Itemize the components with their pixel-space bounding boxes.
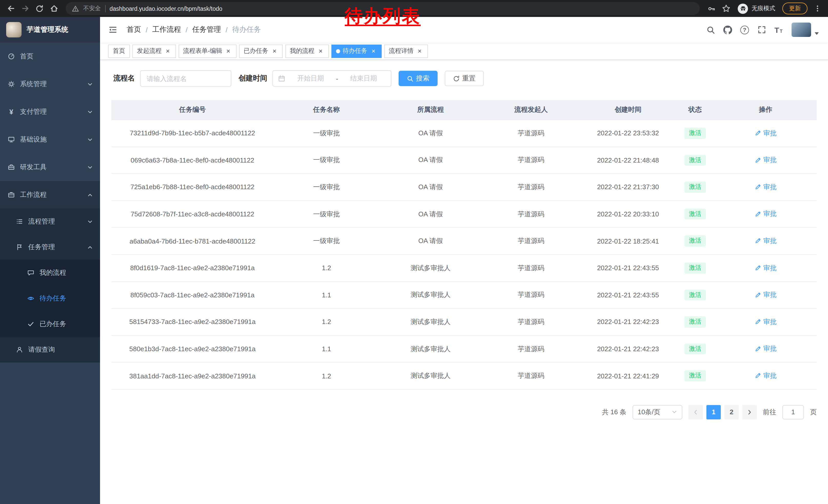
yen-icon: ¥ — [7, 108, 15, 116]
next-page-button[interactable] — [742, 405, 757, 419]
sidebar-item-my-process[interactable]: 我的流程 — [0, 260, 100, 286]
font-size-button[interactable]: TT — [771, 22, 786, 38]
password-key-button[interactable] — [705, 2, 718, 15]
update-button[interactable]: 更新 — [782, 3, 808, 14]
back-button[interactable] — [4, 2, 17, 15]
sidebar-item-label: 我的流程 — [40, 268, 93, 277]
sidebar-item-infrastructure[interactable]: 基础设施 — [0, 126, 100, 153]
help-button[interactable]: ? — [737, 22, 753, 38]
close-icon[interactable]: × — [225, 47, 232, 55]
address-bar[interactable]: 不安全 dashboard.yudao.iocoder.cn/bpm/task/… — [66, 2, 700, 15]
page-button-2[interactable]: 2 — [724, 405, 739, 419]
edit-pencil-icon — [755, 318, 761, 325]
fullscreen-button[interactable] — [754, 22, 770, 38]
header-search-button[interactable] — [703, 22, 719, 38]
approve-link[interactable]: 审批 — [755, 290, 777, 300]
github-button[interactable] — [720, 22, 736, 38]
cell-starter: 芋道源码 — [482, 147, 580, 174]
status-badge: 激活 — [685, 263, 706, 274]
cell-starter: 芋道源码 — [482, 308, 580, 335]
cell-starter: 芋道源码 — [482, 255, 580, 281]
search-button-label: 搜索 — [416, 74, 429, 83]
cell-actions: 审批 — [714, 363, 817, 390]
page-unit-label: 页 — [810, 408, 817, 417]
check-icon — [27, 320, 35, 328]
dashboard-icon — [7, 53, 15, 60]
cell-task-id: 725a1eb6-7b88-11ec-8ef0-acde48001122 — [111, 174, 274, 200]
approve-link[interactable]: 审批 — [755, 129, 777, 138]
workflow-submenu: 流程管理 任务管理 我的流程 — [0, 209, 100, 363]
sidebar-item-system[interactable]: 系统管理 — [0, 70, 100, 98]
sidebar-item-payment[interactable]: ¥ 支付管理 — [0, 98, 100, 126]
header-task-id: 任务编号 — [111, 100, 274, 120]
sidebar-item-workflow[interactable]: 工作流程 — [0, 181, 100, 209]
close-icon[interactable]: × — [164, 47, 171, 55]
approve-link[interactable]: 审批 — [755, 263, 777, 273]
reset-button[interactable]: 重置 — [445, 71, 484, 86]
breadcrumb-task-management[interactable]: 任务管理 — [192, 25, 221, 34]
close-icon[interactable]: × — [416, 47, 423, 55]
bookmark-star-button[interactable] — [719, 2, 733, 15]
filter-bar: 流程名 创建时间 开始日期 - 结束日期 搜索 重 — [111, 70, 817, 87]
approve-link[interactable]: 审批 — [755, 236, 777, 245]
cell-status: 激活 — [676, 335, 714, 363]
status-badge: 激活 — [685, 370, 706, 381]
sidebar-item-dev-tools[interactable]: 研发工具 — [0, 153, 100, 181]
breadcrumb-workflow[interactable]: 工作流程 — [152, 25, 181, 34]
browser-menu-button[interactable] — [811, 2, 824, 15]
app-title: 芋道管理系统 — [27, 25, 68, 34]
page-size-select[interactable]: 10条/页 — [632, 405, 682, 419]
tab-done-tasks[interactable]: 已办任务 × — [239, 44, 283, 58]
prev-page-button[interactable] — [689, 405, 703, 419]
approve-link[interactable]: 审批 — [755, 155, 777, 165]
sidebar-item-label: 待办任务 — [40, 294, 93, 303]
close-icon[interactable]: × — [370, 47, 377, 55]
home-button[interactable] — [47, 2, 60, 15]
header-create-time: 创建时间 — [580, 100, 676, 120]
tab-process-detail[interactable]: 流程详情 × — [384, 44, 428, 58]
edit-pencil-icon — [755, 156, 761, 163]
close-icon[interactable]: × — [271, 47, 278, 55]
approve-link[interactable]: 审批 — [755, 344, 777, 354]
status-badge: 激活 — [685, 236, 706, 246]
page-button-1[interactable]: 1 — [706, 405, 721, 419]
eye-icon — [27, 295, 35, 302]
avatar-caret-icon — [815, 32, 819, 35]
cell-actions: 审批 — [714, 308, 817, 335]
close-icon[interactable]: × — [317, 47, 324, 55]
reload-button[interactable] — [33, 2, 46, 15]
sidebar-item-label: 已办任务 — [40, 319, 93, 329]
chevron-left-icon — [693, 409, 699, 415]
sidebar-item-done-tasks[interactable]: 已办任务 — [0, 311, 100, 337]
sidebar-item-home[interactable]: 首页 — [0, 43, 100, 70]
approve-link[interactable]: 审批 — [755, 210, 777, 219]
sidebar-item-task-management[interactable]: 任务管理 — [0, 234, 100, 260]
status-badge: 激活 — [685, 289, 706, 301]
tab-home[interactable]: 首页 — [108, 44, 130, 58]
cell-task-name: 1.2 — [274, 363, 380, 390]
cell-create-time: 2022-01-21 22:42:23 — [580, 335, 676, 363]
tab-start-process[interactable]: 发起流程 × — [132, 44, 176, 58]
process-name-input[interactable] — [140, 70, 232, 87]
tab-my-process[interactable]: 我的流程 × — [285, 44, 329, 58]
sidebar-item-process-management[interactable]: 流程管理 — [0, 209, 100, 234]
task-management-submenu: 我的流程 待办任务 已办任务 — [0, 260, 100, 337]
approve-link[interactable]: 审批 — [755, 371, 777, 380]
approve-link[interactable]: 审批 — [755, 182, 777, 191]
forward-button[interactable] — [18, 2, 32, 15]
tab-todo-tasks[interactable]: 待办任务 × — [331, 44, 382, 58]
goto-page-input[interactable] — [782, 405, 804, 419]
search-button[interactable]: 搜索 — [399, 71, 438, 86]
sidebar-item-leave-query[interactable]: 请假查询 — [0, 337, 100, 363]
end-date-placeholder: 结束日期 — [341, 74, 386, 83]
date-range-picker[interactable]: 开始日期 - 结束日期 — [273, 70, 391, 87]
sidebar-toggle[interactable] — [108, 25, 118, 34]
chevron-up-icon — [87, 192, 93, 198]
chevron-down-icon — [87, 137, 93, 142]
sidebar-item-todo-tasks[interactable]: 待办任务 — [0, 286, 100, 311]
incognito-badge: 无痕模式 — [738, 3, 775, 13]
approve-link[interactable]: 审批 — [755, 317, 777, 326]
tab-process-form-edit[interactable]: 流程表单-编辑 × — [178, 44, 237, 58]
user-avatar[interactable] — [792, 22, 811, 37]
breadcrumb-home[interactable]: 首页 — [127, 25, 141, 34]
